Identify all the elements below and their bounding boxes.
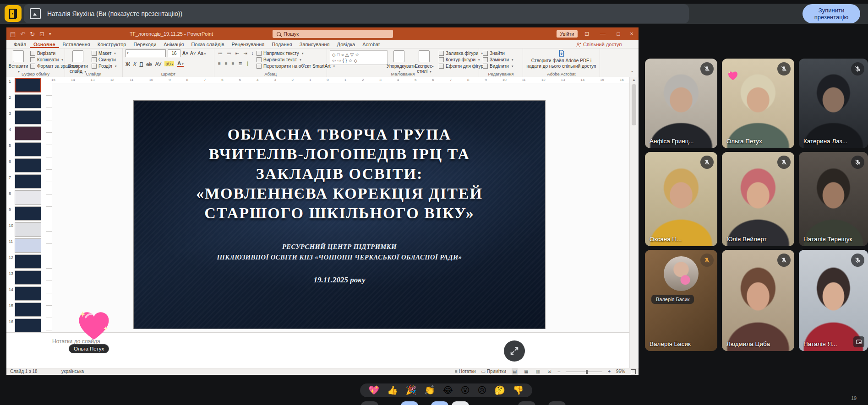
- scroll-up-icon[interactable]: ▲: [630, 77, 638, 83]
- reaction-emoji[interactable]: 🤔: [494, 383, 505, 397]
- slide-thumbnail-4[interactable]: 4: [6, 126, 46, 141]
- font-color-icon[interactable]: А: [177, 60, 183, 67]
- tab-записування[interactable]: Записування: [296, 40, 333, 48]
- ribbon-display-options-icon[interactable]: ⊡: [580, 27, 594, 40]
- normal-view-icon[interactable]: ▤: [512, 368, 518, 375]
- tab-довідка[interactable]: Довідка: [333, 40, 359, 48]
- meet-control-button[interactable]: [452, 401, 469, 405]
- participant-tile-4[interactable]: Оксана Н...: [645, 152, 717, 246]
- slide-thumbnail-8[interactable]: 8: [6, 190, 46, 205]
- meet-control-button[interactable]: [518, 401, 535, 405]
- participant-tile-1[interactable]: Анфіса Гринц...: [645, 59, 717, 148]
- paste-button[interactable]: Вставити: [8, 50, 29, 74]
- tab-вставлення[interactable]: Вставлення: [59, 40, 94, 48]
- vertical-scrollbar[interactable]: ▲: [629, 77, 638, 368]
- participant-tile-6[interactable]: Наталія Терещук: [799, 152, 868, 246]
- underline-icon[interactable]: П: [139, 61, 143, 67]
- participant-tile-2[interactable]: Ольга Петух: [722, 59, 794, 148]
- pip-button[interactable]: [853, 336, 864, 347]
- language-indicator[interactable]: українська: [61, 368, 84, 375]
- tab-конструктор[interactable]: Конструктор: [94, 40, 130, 48]
- close-icon[interactable]: ×: [625, 27, 639, 40]
- tab-анімація[interactable]: Анімація: [160, 40, 187, 48]
- slide-sorter-icon[interactable]: ▦: [523, 368, 529, 375]
- tab-показ-слайдів[interactable]: Показ слайдів: [188, 40, 228, 48]
- slide-thumbnail-9[interactable]: 9: [6, 206, 46, 221]
- line-spacing-icon[interactable]: ↕: [251, 51, 254, 56]
- participant-tile-5[interactable]: Юлія Вейлерт: [722, 152, 794, 246]
- align-text-button[interactable]: Вирівняти текст: [257, 57, 301, 63]
- reaction-emoji[interactable]: 😢: [477, 383, 486, 397]
- columns-icon[interactable]: ∥: [246, 61, 249, 66]
- minimize-icon[interactable]: —: [596, 27, 610, 40]
- slide-thumbnail-11[interactable]: 11: [6, 238, 46, 253]
- slide-thumbnail-12[interactable]: 12: [6, 254, 46, 269]
- tab-рецензування[interactable]: Рецензування: [228, 40, 268, 48]
- slide-thumbnail-6[interactable]: 6: [6, 158, 46, 173]
- zoom-out-icon[interactable]: –: [558, 368, 561, 375]
- reaction-emoji[interactable]: 👎: [513, 383, 524, 397]
- text-direction-button[interactable]: Напрямок тексту: [257, 50, 303, 56]
- tab-подання[interactable]: Подання: [268, 40, 295, 48]
- meet-control-button[interactable]: [361, 401, 378, 405]
- justify-icon[interactable]: ≣: [239, 61, 242, 66]
- shrink-font-icon[interactable]: A˅: [190, 51, 196, 56]
- zoom-slider-thumb[interactable]: [586, 370, 588, 374]
- meet-control-button[interactable]: [548, 401, 566, 405]
- participant-tile-7[interactable]: Валерія БасикВалерія Басик: [645, 250, 717, 351]
- increase-indent-icon[interactable]: ⇥: [243, 51, 247, 56]
- participant-tile-8[interactable]: Людмила Циба: [722, 250, 794, 351]
- share-button[interactable]: Спільний доступ: [576, 41, 622, 48]
- replace-button[interactable]: Замінити: [483, 57, 513, 63]
- restore-icon[interactable]: □: [611, 27, 625, 40]
- participant-tile-3[interactable]: Катерина Лаз...: [799, 59, 868, 148]
- zoom-slider[interactable]: [566, 372, 602, 372]
- slideshow-icon[interactable]: ⊡: [39, 31, 44, 38]
- select-button[interactable]: Виділити: [483, 63, 513, 69]
- slide-thumbnail-1[interactable]: 1: [6, 78, 46, 93]
- slide-thumbnail-14[interactable]: 14: [6, 286, 46, 301]
- collapse-ribbon-icon[interactable]: ⌃: [630, 70, 634, 75]
- stop-presentation-button[interactable]: Зупинити презентацію: [802, 4, 860, 23]
- arrange-button[interactable]: Упорядкувати: [387, 50, 411, 74]
- fit-slide-icon[interactable]: [631, 369, 636, 374]
- slide-thumbnail-15[interactable]: 15: [6, 302, 46, 317]
- tab-основне[interactable]: Основне: [30, 40, 59, 48]
- shapes-gallery[interactable]: ◇□○△▽☆⇦⇨{}☆◇: [330, 50, 388, 65]
- slide-thumbnail-10[interactable]: 10: [6, 222, 46, 237]
- layout-button[interactable]: Макет: [92, 50, 116, 56]
- section-button[interactable]: Розділ: [92, 63, 116, 69]
- zoom-in-icon[interactable]: +: [608, 368, 611, 375]
- slideshow-view-icon[interactable]: ⊡: [546, 368, 552, 375]
- reaction-emoji[interactable]: 💖: [368, 383, 379, 397]
- sign-in-button[interactable]: Увійти: [557, 30, 578, 38]
- italic-icon[interactable]: К: [133, 61, 136, 67]
- slide[interactable]: ОБЛАСНА ТВОРЧА ГРУПАВЧИТЕЛІВ-ЛОГОПЕДІВ І…: [134, 101, 545, 329]
- meet-control-button[interactable]: [431, 401, 448, 405]
- font-size-box[interactable]: 16: [168, 49, 180, 57]
- font-name-box[interactable]: [126, 49, 166, 57]
- slide-thumbnail-7[interactable]: 7: [6, 174, 46, 189]
- highlight-color-icon[interactable]: аб: [164, 61, 174, 66]
- search-box[interactable]: Пошук: [273, 30, 393, 38]
- smartart-button[interactable]: Перетворити на об'єкт SmartArt: [257, 63, 335, 69]
- expand-presentation-button[interactable]: [504, 340, 525, 362]
- slide-thumbnail-2[interactable]: 2: [6, 94, 46, 109]
- character-spacing-icon[interactable]: AV: [155, 61, 162, 67]
- zoom-level[interactable]: 96%: [616, 368, 625, 375]
- participant-tile-9[interactable]: Наталія Я...: [799, 250, 868, 351]
- find-button[interactable]: Знайти: [483, 50, 505, 56]
- notes-toggle[interactable]: ≡ Нотатки: [455, 368, 476, 375]
- shape-fill-button[interactable]: Заливка фігури: [439, 50, 483, 56]
- reaction-emoji[interactable]: 🎉: [406, 383, 417, 397]
- slide-thumbnail-5[interactable]: 5: [6, 142, 46, 157]
- tab-файл[interactable]: Файл: [10, 40, 30, 48]
- align-center-icon[interactable]: ≡: [225, 61, 228, 66]
- align-left-icon[interactable]: ≡: [218, 61, 221, 66]
- strikethrough-icon[interactable]: ab: [146, 61, 152, 67]
- slide-thumbnail-16[interactable]: 16: [6, 319, 46, 333]
- customize-qat-icon[interactable]: ▾: [49, 32, 51, 36]
- slide-thumbnail-3[interactable]: 3: [6, 110, 46, 125]
- tab-переходи[interactable]: Переходи: [130, 40, 160, 48]
- new-slide-button[interactable]: Створити слайд: [66, 50, 89, 74]
